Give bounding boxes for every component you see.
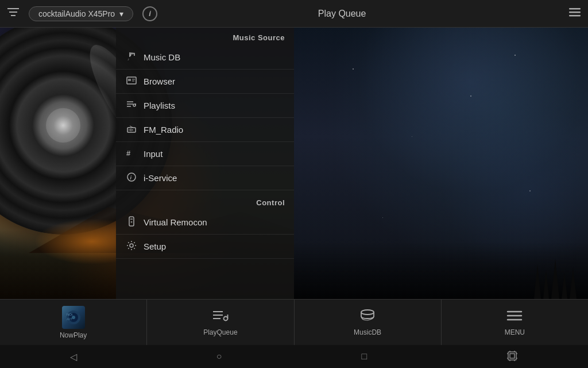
svg-rect-26	[130, 218, 133, 220]
menu-item-virtual-remocon[interactable]: Virtual Remocon	[116, 210, 294, 235]
tab-now-play-label: NowPlay	[60, 331, 87, 339]
svg-point-39	[361, 310, 374, 315]
now-play-thumb-inner: NOi ART	[62, 306, 85, 329]
playlists-icon	[125, 99, 138, 112]
back-button[interactable]: ◁	[70, 351, 77, 362]
info-button[interactable]: i	[142, 6, 157, 21]
svg-text:ART: ART	[67, 317, 72, 321]
svg-rect-43	[508, 352, 516, 360]
menu-item-browser[interactable]: Browser	[116, 70, 294, 94]
menu-item-fm-radio[interactable]: FM_Radio	[116, 118, 294, 142]
svg-point-28	[130, 244, 133, 247]
svg-rect-5	[569, 15, 581, 17]
menu-item-music-db[interactable]: ♪ Music DB	[116, 45, 294, 70]
input-label: Input	[144, 149, 163, 159]
control-section-label: Control	[116, 193, 294, 210]
menu-item-input[interactable]: # Input	[116, 142, 294, 166]
tree-shapes	[534, 259, 577, 299]
tab-menu[interactable]: MENU	[442, 300, 588, 345]
music-db-label: Music DB	[144, 52, 180, 62]
right-panel	[294, 28, 588, 299]
star-5	[529, 190, 531, 191]
svg-rect-44	[510, 354, 514, 358]
svg-rect-10	[132, 79, 135, 80]
svg-point-37	[223, 316, 227, 320]
svg-rect-9	[128, 79, 131, 81]
i-service-label: i-Service	[144, 173, 177, 183]
main-content: Music Source ♪ Music DB	[0, 28, 588, 299]
setup-icon	[125, 240, 138, 252]
menu-overlay: Music Source ♪ Music DB	[116, 28, 294, 299]
tab-music-db-label: MusicDB	[354, 328, 381, 336]
i-service-icon: i	[125, 172, 138, 184]
queue-menu-icon[interactable]	[568, 7, 581, 20]
star-2	[470, 95, 471, 97]
fm-radio-label: FM_Radio	[144, 125, 183, 135]
music-db-tab-icon	[359, 309, 376, 326]
menu-item-setup[interactable]: Setup	[116, 235, 294, 259]
screenshot-button[interactable]	[506, 350, 518, 363]
device-name: cocktailAudio X45Pro	[38, 9, 115, 18]
browser-icon	[125, 75, 138, 87]
virtual-remocon-icon	[125, 216, 138, 228]
tab-play-queue-label: PlayQueue	[203, 328, 237, 336]
star-4	[412, 136, 412, 137]
bottom-bar: NOi ART NowPlay PlayQueue	[0, 299, 588, 345]
setup-label: Setup	[144, 241, 166, 251]
svg-point-27	[131, 221, 133, 223]
fm-radio-icon	[125, 124, 138, 136]
device-selector[interactable]: cocktailAudio X45Pro ▾	[29, 6, 133, 21]
play-queue-title: Play Queue	[318, 9, 366, 18]
tab-menu-label: MENU	[505, 328, 525, 336]
android-nav-bar: ◁ ○ □	[0, 345, 588, 368]
vinyl-center	[46, 108, 80, 143]
menu-tab-icon	[506, 309, 523, 326]
virtual-remocon-label: Virtual Remocon	[144, 217, 207, 227]
filter-icon[interactable]	[7, 7, 20, 20]
svg-text:NOi: NOi	[67, 313, 72, 316]
music-db-icon: ♪	[125, 51, 138, 63]
playlists-label: Playlists	[144, 101, 175, 110]
svg-rect-4	[569, 12, 581, 13]
menu-item-playlists[interactable]: Playlists	[116, 94, 294, 118]
svg-rect-17	[127, 128, 136, 132]
tab-now-play[interactable]: NOi ART NowPlay	[0, 300, 147, 345]
left-panel: Music Source ♪ Music DB	[0, 28, 294, 299]
top-header: cocktailAudio X45Pro ▾ i Play Queue	[0, 0, 588, 28]
svg-text:#: #	[126, 149, 131, 158]
svg-rect-11	[132, 80, 134, 82]
now-play-thumbnail: NOi ART	[62, 306, 85, 329]
music-source-label: Music Source	[116, 28, 294, 45]
svg-text:♪: ♪	[127, 57, 129, 61]
input-icon: #	[125, 148, 138, 160]
svg-text:i: i	[130, 175, 132, 181]
tab-play-queue[interactable]: PlayQueue	[147, 300, 294, 345]
recent-button[interactable]: □	[362, 351, 368, 362]
browser-label: Browser	[144, 76, 175, 86]
home-button[interactable]: ○	[216, 351, 222, 362]
svg-rect-3	[569, 8, 581, 10]
tab-music-db[interactable]: MusicDB	[295, 300, 442, 345]
play-queue-icon	[212, 309, 229, 326]
menu-item-i-service[interactable]: i i-Service	[116, 166, 294, 190]
dropdown-arrow: ▾	[119, 9, 123, 18]
